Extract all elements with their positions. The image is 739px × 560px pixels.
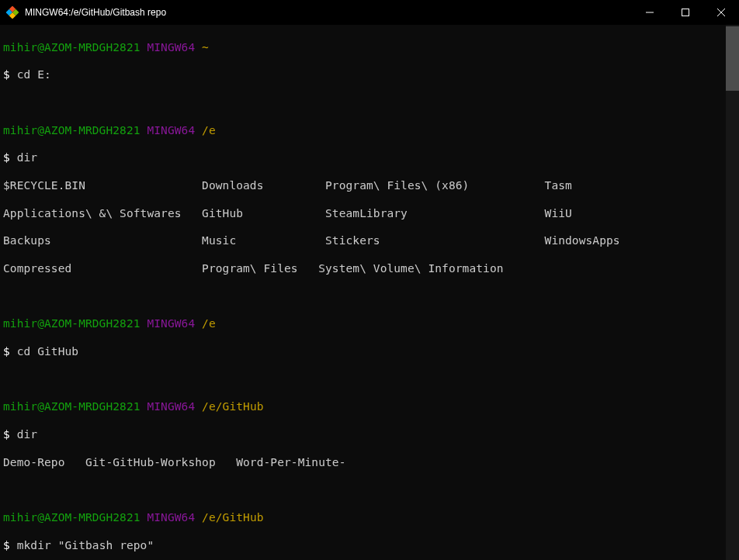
- prompt-path: /e/GitHub: [202, 511, 263, 524]
- command-text: mkdir "Gitbash repo": [17, 539, 154, 551]
- command-text: cd E:: [17, 68, 51, 81]
- prompt-host: MINGW64: [147, 41, 195, 54]
- titlebar: MINGW64:/e/GitHub/Gitbash repo: [0, 0, 739, 25]
- output-line: $RECYCLE.BIN Downloads Program\ Files\ (…: [3, 179, 723, 193]
- prompt-symbol: $: [3, 428, 10, 441]
- prompt-host: MINGW64: [147, 124, 195, 137]
- prompt-host: MINGW64: [147, 511, 195, 524]
- app-icon: [6, 6, 19, 19]
- prompt-symbol: $: [3, 68, 10, 81]
- output-line: Backups Music Stickers WindowsApps: [3, 234, 723, 248]
- prompt-symbol: $: [3, 539, 10, 551]
- command-text: dir: [17, 151, 38, 164]
- scrollbar-thumb[interactable]: [726, 26, 739, 91]
- prompt-symbol: $: [3, 151, 10, 164]
- output-line: Demo-Repo Git-GitHub-Workshop Word-Per-M…: [3, 456, 723, 470]
- prompt-user: mihir@AZOM-MRDGH2821: [3, 124, 141, 137]
- prompt-path: /e: [202, 124, 216, 137]
- command-text: cd GitHub: [17, 345, 78, 358]
- prompt-user: mihir@AZOM-MRDGH2821: [3, 400, 141, 413]
- prompt-host: MINGW64: [147, 317, 195, 330]
- minimize-button[interactable]: [632, 0, 668, 25]
- command-text: dir: [17, 428, 38, 441]
- output-line: Compressed Program\ Files System\ Volume…: [3, 262, 723, 276]
- close-button[interactable]: [703, 0, 739, 25]
- prompt-path: /e/GitHub: [202, 400, 263, 413]
- window-title: MINGW64:/e/GitHub/Gitbash repo: [25, 7, 632, 18]
- prompt-path: ~: [202, 41, 209, 54]
- prompt-host: MINGW64: [147, 400, 195, 413]
- prompt-symbol: $: [3, 345, 10, 358]
- output-line: Applications\ &\ Softwares GitHub SteamL…: [3, 207, 723, 221]
- scrollbar[interactable]: [726, 25, 739, 560]
- svg-rect-5: [682, 9, 689, 16]
- prompt-user: mihir@AZOM-MRDGH2821: [3, 317, 141, 330]
- terminal-content[interactable]: mihir@AZOM-MRDGH2821 MINGW64 ~ $ cd E: m…: [0, 25, 726, 560]
- prompt-path: /e: [202, 317, 216, 330]
- prompt-user: mihir@AZOM-MRDGH2821: [3, 511, 141, 524]
- window-controls: [632, 0, 739, 25]
- prompt-user: mihir@AZOM-MRDGH2821: [3, 41, 141, 54]
- maximize-button[interactable]: [668, 0, 703, 25]
